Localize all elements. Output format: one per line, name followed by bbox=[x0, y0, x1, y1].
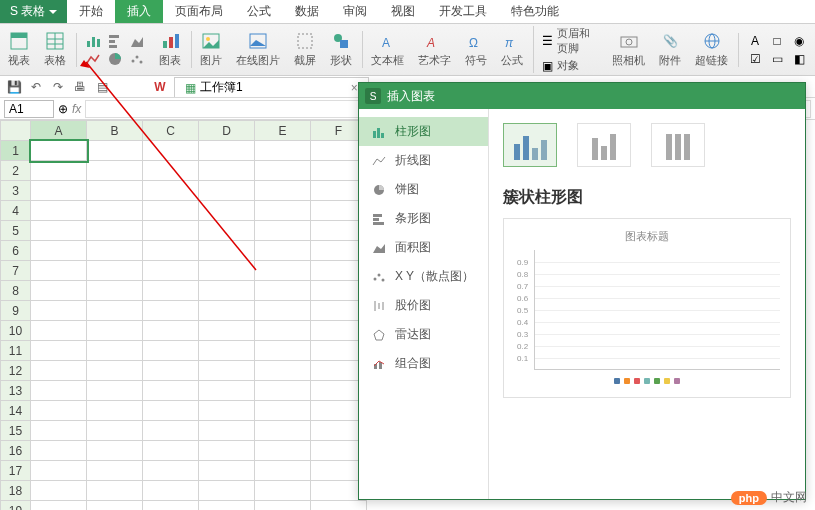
ribbon-textbox[interactable]: A 文本框 bbox=[362, 31, 408, 68]
cell[interactable] bbox=[255, 241, 311, 261]
misc-icon-6[interactable]: ◧ bbox=[791, 51, 807, 67]
misc-icon-3[interactable]: ◉ bbox=[791, 33, 807, 49]
cell[interactable] bbox=[87, 461, 143, 481]
cell[interactable] bbox=[199, 421, 255, 441]
row-header[interactable]: 14 bbox=[1, 401, 31, 421]
close-tab-icon[interactable]: × bbox=[351, 81, 358, 95]
cell[interactable] bbox=[255, 261, 311, 281]
scatter-chart-icon[interactable] bbox=[129, 51, 145, 67]
row-header[interactable]: 13 bbox=[1, 381, 31, 401]
cell[interactable] bbox=[31, 481, 87, 501]
menu-tab-formula[interactable]: 公式 bbox=[235, 0, 283, 23]
column-chart-icon[interactable] bbox=[107, 33, 123, 49]
row-header[interactable]: 12 bbox=[1, 361, 31, 381]
cell[interactable] bbox=[31, 501, 87, 511]
row-header[interactable]: 3 bbox=[1, 181, 31, 201]
area-chart-icon[interactable] bbox=[129, 33, 145, 49]
cell[interactable] bbox=[199, 201, 255, 221]
row-header[interactable]: 19 bbox=[1, 501, 31, 511]
cell[interactable] bbox=[87, 481, 143, 501]
cell[interactable] bbox=[87, 361, 143, 381]
cell[interactable] bbox=[87, 281, 143, 301]
cell[interactable] bbox=[255, 221, 311, 241]
cell[interactable] bbox=[31, 441, 87, 461]
row-header[interactable]: 10 bbox=[1, 321, 31, 341]
cell[interactable] bbox=[143, 181, 199, 201]
ribbon-onlinepic[interactable]: 在线图片 bbox=[232, 31, 284, 68]
ribbon-shape[interactable]: 形状 bbox=[326, 31, 356, 68]
col-E[interactable]: E bbox=[255, 121, 311, 141]
cell[interactable] bbox=[87, 401, 143, 421]
menu-tab-data[interactable]: 数据 bbox=[283, 0, 331, 23]
cell[interactable] bbox=[143, 401, 199, 421]
cell[interactable] bbox=[143, 161, 199, 181]
cell[interactable] bbox=[31, 301, 87, 321]
cell[interactable] bbox=[31, 261, 87, 281]
cell[interactable] bbox=[87, 201, 143, 221]
pie-chart-icon[interactable] bbox=[107, 51, 123, 67]
line-chart-icon[interactable] bbox=[85, 51, 101, 67]
cell[interactable] bbox=[255, 481, 311, 501]
row-header[interactable]: 11 bbox=[1, 341, 31, 361]
col-B[interactable]: B bbox=[87, 121, 143, 141]
subtype-percent[interactable] bbox=[651, 123, 705, 167]
menu-tab-dev[interactable]: 开发工具 bbox=[427, 0, 499, 23]
cell[interactable] bbox=[255, 201, 311, 221]
cell[interactable] bbox=[143, 281, 199, 301]
row-header[interactable]: 5 bbox=[1, 221, 31, 241]
row-header[interactable]: 16 bbox=[1, 441, 31, 461]
cell[interactable] bbox=[143, 341, 199, 361]
cell[interactable] bbox=[143, 421, 199, 441]
cell[interactable] bbox=[31, 361, 87, 381]
category-pie[interactable]: 饼图 bbox=[359, 175, 488, 204]
row-header[interactable]: 4 bbox=[1, 201, 31, 221]
cell[interactable] bbox=[255, 381, 311, 401]
cell[interactable] bbox=[143, 221, 199, 241]
cell[interactable] bbox=[87, 161, 143, 181]
cell[interactable] bbox=[199, 341, 255, 361]
cell[interactable] bbox=[255, 281, 311, 301]
col-D[interactable]: D bbox=[199, 121, 255, 141]
menu-tab-layout[interactable]: 页面布局 bbox=[163, 0, 235, 23]
cell[interactable] bbox=[87, 321, 143, 341]
menu-tab-home[interactable]: 开始 bbox=[67, 0, 115, 23]
cell[interactable] bbox=[87, 221, 143, 241]
ribbon-wordart[interactable]: A 艺术字 bbox=[414, 31, 455, 68]
cell[interactable] bbox=[255, 461, 311, 481]
ribbon-pic[interactable]: 图片 bbox=[191, 31, 226, 68]
cell[interactable] bbox=[199, 161, 255, 181]
category-radar[interactable]: 雷达图 bbox=[359, 320, 488, 349]
ribbon-chart[interactable]: 图表 bbox=[155, 31, 185, 68]
fx-icon[interactable]: fx bbox=[72, 102, 81, 116]
row-header[interactable]: 7 bbox=[1, 261, 31, 281]
cell[interactable] bbox=[31, 181, 87, 201]
cell[interactable] bbox=[199, 481, 255, 501]
dialog-titlebar[interactable]: S 插入图表 bbox=[359, 83, 805, 109]
cell[interactable] bbox=[143, 381, 199, 401]
cell[interactable] bbox=[31, 321, 87, 341]
ribbon-header[interactable]: ☰页眉和页脚 bbox=[542, 26, 598, 56]
subtype-clustered[interactable] bbox=[503, 123, 557, 167]
cell[interactable] bbox=[199, 181, 255, 201]
category-stock[interactable]: 股价图 bbox=[359, 291, 488, 320]
cell[interactable] bbox=[87, 261, 143, 281]
cell[interactable] bbox=[31, 201, 87, 221]
ribbon-link[interactable]: 超链接 bbox=[691, 31, 732, 68]
cell[interactable] bbox=[87, 241, 143, 261]
cell[interactable] bbox=[199, 441, 255, 461]
cell[interactable] bbox=[143, 361, 199, 381]
wps-logo-icon[interactable]: W bbox=[152, 79, 168, 95]
cell[interactable] bbox=[255, 161, 311, 181]
row-header[interactable]: 8 bbox=[1, 281, 31, 301]
ribbon-pivot[interactable]: 视表 bbox=[4, 31, 34, 68]
corner-cell[interactable] bbox=[1, 121, 31, 141]
cell[interactable] bbox=[31, 281, 87, 301]
cell[interactable] bbox=[199, 301, 255, 321]
menu-tab-insert[interactable]: 插入 bbox=[115, 0, 163, 23]
row-header[interactable]: 18 bbox=[1, 481, 31, 501]
cell[interactable] bbox=[143, 321, 199, 341]
cell[interactable] bbox=[255, 361, 311, 381]
cell[interactable] bbox=[199, 281, 255, 301]
cell[interactable] bbox=[143, 441, 199, 461]
cell[interactable] bbox=[311, 501, 367, 511]
